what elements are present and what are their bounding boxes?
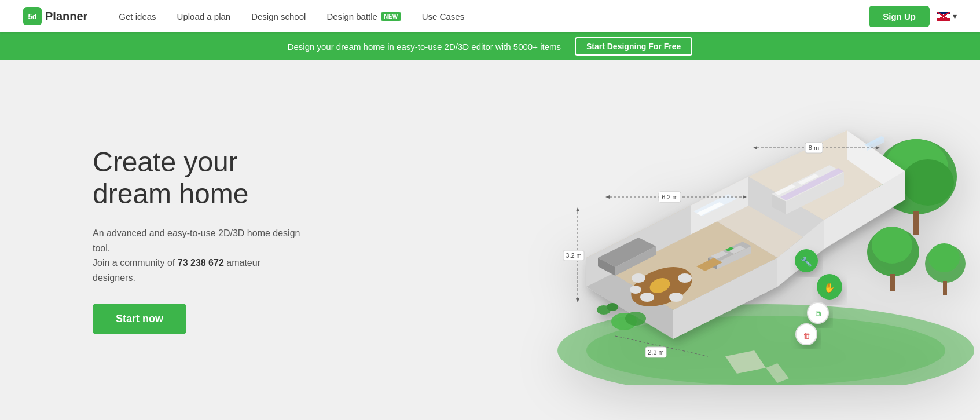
svg-point-4 xyxy=(902,159,954,206)
language-selector[interactable]: ▾ xyxy=(937,12,957,21)
nav-links: Get ideas Upload a plan Design school De… xyxy=(111,7,869,26)
banner-text: Design your dream home in easy-to-use 2D… xyxy=(288,42,561,52)
hero-section: Create your dream home An advanced and e… xyxy=(0,60,980,420)
floorplan-svg: 🔧 ✋ ⧉ 🗑 6.2 m xyxy=(523,61,974,385)
hero-content: Create your dream home An advanced and e… xyxy=(0,111,301,370)
nav-item-use-cases[interactable]: Use Cases xyxy=(414,7,472,26)
house-3d-illustration: 🔧 ✋ ⧉ 🗑 6.2 m xyxy=(523,61,980,397)
svg-marker-72 xyxy=(576,298,579,302)
svg-rect-5 xyxy=(913,211,919,235)
signup-button[interactable]: Sign Up xyxy=(869,6,930,27)
start-now-button[interactable]: Start now xyxy=(93,304,186,334)
new-badge: NEW xyxy=(381,12,401,21)
hero-title: Create your dream home xyxy=(93,146,301,210)
svg-point-47 xyxy=(607,303,618,311)
svg-marker-61 xyxy=(605,195,610,199)
svg-text:✋: ✋ xyxy=(824,282,835,293)
svg-point-1 xyxy=(586,316,945,385)
svg-point-27 xyxy=(632,273,645,283)
flag-icon xyxy=(937,12,950,21)
community-count: 73 238 672 xyxy=(178,258,224,268)
svg-point-28 xyxy=(678,273,692,283)
svg-text:6.2 m: 6.2 m xyxy=(662,193,678,200)
nav-item-design-battle[interactable]: Design battle NEW xyxy=(318,7,409,26)
svg-text:⧉: ⧉ xyxy=(816,309,821,318)
svg-point-79 xyxy=(625,312,646,326)
nav-item-get-ideas[interactable]: Get ideas xyxy=(111,7,164,26)
logo[interactable]: 5d Planner xyxy=(23,7,87,25)
logo-icon: 5d xyxy=(23,7,42,25)
svg-marker-66 xyxy=(753,146,757,149)
chevron-down-icon: ▾ xyxy=(953,12,957,21)
hero-description: An advanced and easy-to-use 2D/3D home d… xyxy=(93,226,301,285)
nav-item-design-school[interactable]: Design school xyxy=(243,7,314,26)
svg-point-10 xyxy=(928,243,960,272)
svg-point-7 xyxy=(872,227,912,264)
svg-point-31 xyxy=(630,286,641,294)
promo-banner: Design your dream home in easy-to-use 2D… xyxy=(0,32,980,60)
banner-cta-button[interactable]: Start Designing For Free xyxy=(575,37,692,56)
svg-rect-8 xyxy=(890,274,895,291)
hero-image: 🔧 ✋ ⧉ 🗑 6.2 m xyxy=(494,60,980,408)
svg-marker-67 xyxy=(876,146,880,149)
nav-right: Sign Up ▾ xyxy=(869,6,957,27)
svg-text:3.2 m: 3.2 m xyxy=(566,252,582,259)
svg-text:8 m: 8 m xyxy=(809,144,819,151)
svg-text:🗑: 🗑 xyxy=(803,331,810,340)
svg-point-30 xyxy=(669,293,683,302)
nav-item-upload-plan[interactable]: Upload a plan xyxy=(169,7,239,26)
svg-text:🔧: 🔧 xyxy=(801,256,812,267)
svg-text:2.3 m: 2.3 m xyxy=(648,349,664,356)
svg-marker-71 xyxy=(576,207,579,211)
svg-rect-11 xyxy=(943,281,947,295)
svg-point-29 xyxy=(640,293,654,302)
navbar: 5d Planner Get ideas Upload a plan Desig… xyxy=(0,0,980,32)
